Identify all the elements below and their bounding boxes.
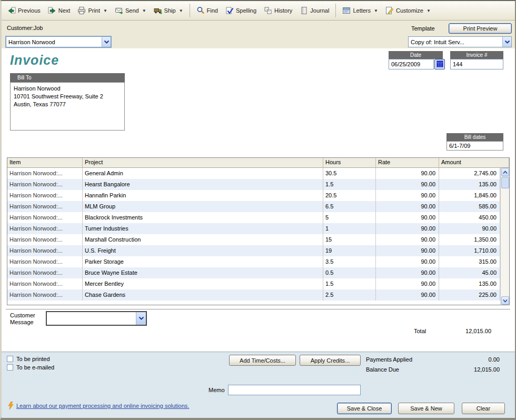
clear-button[interactable]: Clear: [462, 403, 505, 414]
ship-toolbar-button[interactable]: Ship▼: [150, 3, 187, 18]
hours-cell[interactable]: 3.5: [323, 256, 376, 267]
to-be-printed-checkbox[interactable]: [7, 356, 13, 362]
amount-cell[interactable]: 585.00: [439, 201, 500, 212]
item-cell[interactable]: Harrison Norwood:...: [7, 267, 83, 278]
amount-cell[interactable]: 135.00: [439, 179, 500, 190]
payment-processing-link[interactable]: Learn about our payment processing and o…: [16, 403, 189, 409]
next-toolbar-button[interactable]: Next: [44, 3, 74, 18]
project-cell[interactable]: U.S. Freight: [83, 245, 323, 256]
item-cell[interactable]: Harrison Norwood:...: [7, 212, 83, 223]
hours-cell[interactable]: 0.5: [323, 267, 376, 278]
amount-cell[interactable]: 1,350.00: [439, 234, 500, 245]
rate-cell[interactable]: 90.00: [376, 168, 439, 179]
send-toolbar-button[interactable]: Send▼: [111, 3, 150, 18]
template-combobox[interactable]: Copy of: Intuit Serv...: [408, 36, 512, 47]
apply-credits-button[interactable]: Apply Credits...: [300, 355, 361, 366]
project-cell[interactable]: Hearst Bangalore: [83, 179, 323, 190]
bill-to-box[interactable]: Harrison Norwood 10701 Southwest Freeway…: [10, 82, 125, 131]
bill-dates-field[interactable]: 6/1-7/09: [446, 141, 503, 151]
column-header-amount[interactable]: Amount: [439, 158, 509, 167]
project-cell[interactable]: Parker Storage: [83, 256, 323, 267]
hours-cell[interactable]: 1: [323, 223, 376, 234]
dropdown-arrow-icon[interactable]: ▼: [142, 8, 146, 13]
column-header-project[interactable]: Project: [83, 158, 323, 167]
to-be-emailed-checkbox[interactable]: [7, 364, 13, 371]
project-cell[interactable]: MLM Group: [83, 201, 323, 212]
customer-message-dropdown-button[interactable]: [136, 312, 146, 325]
project-cell[interactable]: Bruce Wayne Estate: [83, 267, 323, 278]
scroll-down-button[interactable]: [501, 296, 509, 305]
history-toolbar-button[interactable]: History: [260, 3, 296, 18]
rate-cell[interactable]: 90.00: [376, 245, 439, 256]
rate-cell[interactable]: 90.00: [376, 212, 439, 223]
project-cell[interactable]: Hannafin Parkin: [83, 190, 323, 201]
item-cell[interactable]: Harrison Norwood:...: [7, 256, 83, 267]
find-toolbar-button[interactable]: Find: [193, 3, 222, 18]
invoice-number-field[interactable]: 144: [450, 59, 503, 69]
project-cell[interactable]: Blackrock Investments: [83, 212, 323, 223]
amount-cell[interactable]: 315.00: [439, 256, 500, 267]
column-header-item[interactable]: Item: [7, 158, 83, 167]
template-dropdown-button[interactable]: [502, 37, 511, 47]
amount-cell[interactable]: 225.00: [439, 289, 500, 301]
column-header-rate[interactable]: Rate: [376, 158, 439, 167]
amount-cell[interactable]: 45.00: [439, 267, 500, 278]
hours-cell[interactable]: 1.5: [323, 278, 376, 289]
item-cell[interactable]: Harrison Norwood:...: [7, 201, 83, 212]
amount-cell[interactable]: 135.00: [439, 278, 500, 289]
customize-toolbar-button[interactable]: Customize▼: [382, 3, 434, 18]
hours-cell[interactable]: 6.5: [323, 201, 376, 212]
hours-cell[interactable]: 19: [323, 245, 376, 256]
rate-cell[interactable]: 90.00: [376, 223, 439, 234]
print-preview-button[interactable]: Print Preview: [449, 23, 512, 34]
customer-job-combobox[interactable]: Harrison Norwood: [6, 36, 111, 47]
add-time-costs-button[interactable]: Add Time/Costs...: [229, 355, 296, 366]
item-cell[interactable]: Harrison Norwood:...: [7, 168, 83, 179]
item-cell[interactable]: Harrison Norwood:...: [7, 223, 83, 234]
amount-cell[interactable]: 1,710.00: [439, 245, 500, 256]
item-cell[interactable]: Harrison Norwood:...: [7, 190, 83, 201]
spelling-toolbar-button[interactable]: Spelling: [222, 3, 260, 18]
item-cell[interactable]: Harrison Norwood:...: [7, 179, 83, 190]
project-cell[interactable]: Chase Gardens: [83, 289, 323, 301]
rate-cell[interactable]: 90.00: [376, 179, 439, 190]
item-cell[interactable]: Harrison Norwood:...: [7, 234, 83, 245]
customer-message-combobox[interactable]: [46, 311, 147, 326]
journal-toolbar-button[interactable]: Journal: [296, 3, 333, 18]
project-cell[interactable]: Marshall Construction: [83, 234, 323, 245]
amount-cell[interactable]: 90.00: [439, 223, 500, 234]
rate-cell[interactable]: 90.00: [376, 289, 439, 301]
calendar-button[interactable]: [434, 59, 445, 69]
amount-cell[interactable]: 2,745.00: [439, 168, 500, 179]
column-header-hours[interactable]: Hours: [323, 158, 376, 167]
dropdown-arrow-icon[interactable]: ▼: [179, 8, 183, 13]
item-cell[interactable]: Harrison Norwood:...: [7, 289, 83, 301]
rate-cell[interactable]: 90.00: [376, 234, 439, 245]
dropdown-arrow-icon[interactable]: ▼: [103, 8, 107, 13]
hours-cell[interactable]: 20.5: [323, 190, 376, 201]
rate-cell[interactable]: 90.00: [376, 201, 439, 212]
item-cell[interactable]: Harrison Norwood:...: [7, 245, 83, 256]
project-cell[interactable]: General Admin: [83, 168, 323, 179]
date-field[interactable]: 06/25/2009: [389, 59, 434, 69]
hours-cell[interactable]: 5: [323, 212, 376, 223]
amount-cell[interactable]: 1,845.00: [439, 190, 500, 201]
table-scrollbar[interactable]: [500, 168, 509, 305]
hours-cell[interactable]: 1.5: [323, 179, 376, 190]
save-new-button[interactable]: Save & New: [398, 403, 454, 414]
hours-cell[interactable]: 2.5: [323, 289, 376, 301]
save-close-button[interactable]: Save & Close: [337, 403, 392, 414]
project-cell[interactable]: Mercer Bentley: [83, 278, 323, 289]
dropdown-arrow-icon[interactable]: ▼: [374, 8, 378, 13]
letters-toolbar-button[interactable]: Letters▼: [339, 3, 382, 18]
rate-cell[interactable]: 90.00: [376, 190, 439, 201]
project-cell[interactable]: Turner Industries: [83, 223, 323, 234]
scrollbar-thumb[interactable]: [501, 177, 509, 188]
scroll-up-button[interactable]: [501, 168, 509, 176]
hours-cell[interactable]: 15: [323, 234, 376, 245]
item-cell[interactable]: Harrison Norwood:...: [7, 278, 83, 289]
print-toolbar-button[interactable]: Print▼: [74, 3, 111, 18]
previous-toolbar-button[interactable]: Previous: [4, 3, 44, 18]
rate-cell[interactable]: 90.00: [376, 256, 439, 267]
customer-job-dropdown-button[interactable]: [102, 37, 111, 47]
